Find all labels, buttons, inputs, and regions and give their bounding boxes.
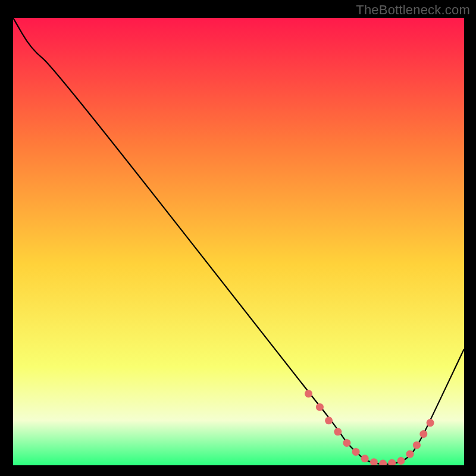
curve-marker bbox=[316, 403, 324, 411]
curve-marker bbox=[413, 441, 421, 449]
curve-marker bbox=[352, 448, 360, 456]
curve-marker bbox=[427, 419, 434, 427]
curve-marker bbox=[397, 457, 405, 465]
curve-marker bbox=[334, 428, 342, 436]
curve-marker bbox=[419, 430, 427, 438]
bottleneck-curve-chart bbox=[13, 18, 464, 465]
curve-marker bbox=[305, 390, 312, 397]
watermark-label: TheBottleneck.com bbox=[356, 2, 470, 18]
chart-frame: TheBottleneck.com bbox=[0, 0, 476, 476]
curve-marker bbox=[406, 450, 414, 458]
curve-marker bbox=[361, 455, 369, 462]
gradient-background bbox=[13, 18, 464, 465]
plot-area bbox=[13, 18, 464, 465]
curve-marker bbox=[325, 416, 333, 424]
curve-marker bbox=[343, 439, 350, 447]
